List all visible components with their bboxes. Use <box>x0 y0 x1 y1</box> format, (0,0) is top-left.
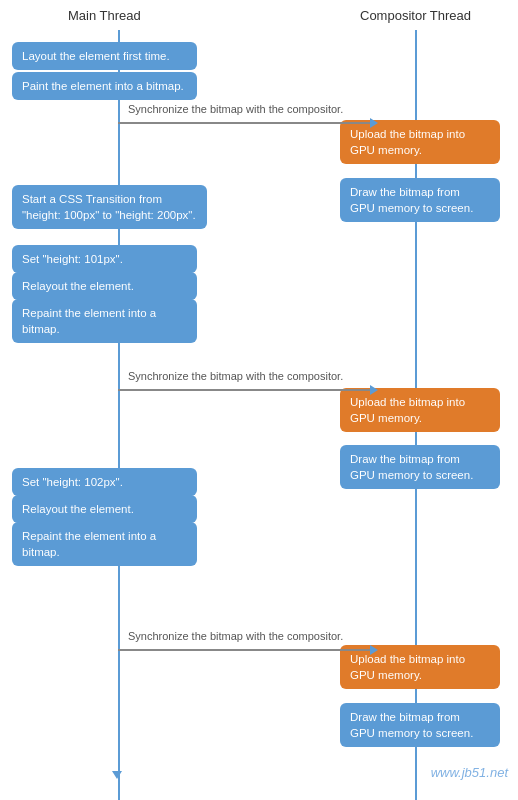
box-set-101: Set "height: 101px". <box>12 245 197 273</box>
box-draw-screen-1: Draw the bitmap fromGPU memory to screen… <box>340 178 500 222</box>
main-vline <box>118 30 120 800</box>
box-relayout-2: Relayout the element. <box>12 495 197 523</box>
box-draw-screen-2: Draw the bitmap fromGPU memory to screen… <box>340 445 500 489</box>
box-relayout-1: Relayout the element. <box>12 272 197 300</box>
box-css-transition: Start a CSS Transition from"height: 100p… <box>12 185 207 229</box>
compositor-thread-label: Compositor Thread <box>360 8 471 23</box>
box-set-102: Set "height: 102px". <box>12 468 197 496</box>
box-paint-bitmap: Paint the element into a bitmap. <box>12 72 197 100</box>
sync-arrow-2: Synchronize the bitmap with the composit… <box>118 370 378 395</box>
sync-arrow-1: Synchronize the bitmap with the composit… <box>118 103 378 128</box>
main-thread-label: Main Thread <box>68 8 141 23</box>
sync-label-2: Synchronize the bitmap with the composit… <box>128 370 378 382</box>
main-arrow-down <box>112 768 122 782</box>
diagram: Main Thread Compositor Thread Layout the… <box>0 0 518 800</box>
box-layout-first: Layout the element first time. <box>12 42 197 70</box>
sync-label-3: Synchronize the bitmap with the composit… <box>128 630 378 642</box>
box-draw-screen-3: Draw the bitmap fromGPU memory to screen… <box>340 703 500 747</box>
sync-label-1: Synchronize the bitmap with the composit… <box>128 103 378 115</box>
box-repaint-1: Repaint the element into a bitmap. <box>12 299 197 343</box>
sync-arrow-3: Synchronize the bitmap with the composit… <box>118 630 378 655</box>
box-repaint-2: Repaint the element into a bitmap. <box>12 522 197 566</box>
watermark: www.jb51.net <box>431 765 508 780</box>
